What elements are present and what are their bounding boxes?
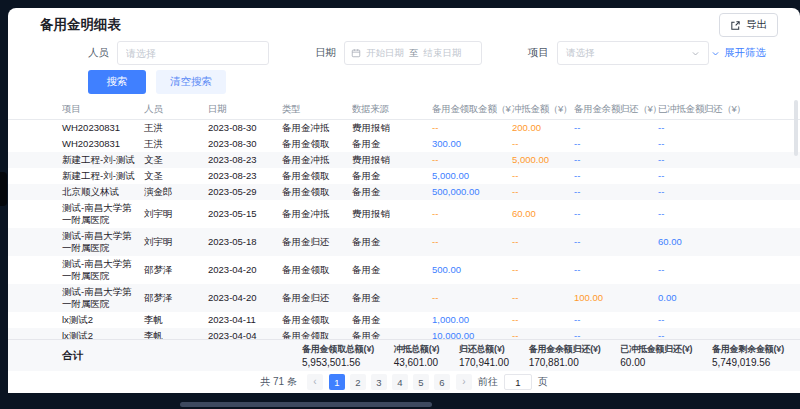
project-cell: 测试-南昌大学第一附属医院 bbox=[62, 284, 144, 312]
type-cell: 备用金领取 bbox=[282, 328, 352, 339]
column-header-2: 日期 bbox=[208, 103, 282, 116]
table-row[interactable]: lx测试2李帆2023-04-11备用金领取备用金1,000.00------ bbox=[8, 312, 800, 328]
amount-cell: -- bbox=[658, 312, 790, 328]
clear-search-button[interactable]: 清空搜索 bbox=[156, 70, 226, 94]
summary-stat-label: 备用金领取总额(¥) bbox=[302, 343, 374, 356]
project-cell: lx测试2 bbox=[62, 328, 144, 339]
page-button-1[interactable]: 1 bbox=[329, 374, 345, 390]
table-row[interactable]: lx测试2李帆2023-04-04备用金领取备用金10,000.00------ bbox=[8, 328, 800, 339]
amount-cell: 5,000.00 bbox=[512, 152, 574, 168]
source-cell: 备用金 bbox=[352, 136, 432, 152]
amount-cell: -- bbox=[512, 136, 574, 152]
type-cell: 备用金归还 bbox=[282, 290, 352, 306]
project-cell: 新建工程-刘-测试 bbox=[62, 168, 144, 184]
table-row[interactable]: 测试-南昌大学第一附属医院刘宇明2023-05-15备用金冲抵费用报销--60.… bbox=[8, 200, 800, 228]
type-cell: 备用金领取 bbox=[282, 184, 352, 200]
amount-cell: -- bbox=[574, 152, 658, 168]
amount-cell: -- bbox=[658, 136, 790, 152]
date-filter-label: 日期 bbox=[315, 46, 336, 60]
horizontal-scrollbar[interactable] bbox=[180, 402, 432, 407]
export-button[interactable]: 导出 bbox=[719, 13, 778, 37]
table-row[interactable]: WH20230831王洪2023-08-30备用金领取备用金300.00----… bbox=[8, 136, 800, 152]
amount-cell: -- bbox=[574, 184, 658, 200]
source-cell: 备用金 bbox=[352, 328, 432, 339]
drawer-handle[interactable] bbox=[0, 172, 7, 206]
page-button-3[interactable]: 3 bbox=[371, 374, 387, 390]
amount-cell: -- bbox=[658, 206, 790, 222]
type-cell: 备用金归还 bbox=[282, 234, 352, 250]
amount-cell: -- bbox=[658, 328, 790, 339]
person-cell: 王洪 bbox=[144, 136, 208, 152]
table-row[interactable]: 新建工程-刘-测试文圣2023-08-23备用金领取备用金5,000.00---… bbox=[8, 168, 800, 184]
table-row[interactable]: 新建工程-刘-测试文圣2023-08-23备用金冲抵费用报销--5,000.00… bbox=[8, 152, 800, 168]
page-title: 备用金明细表 bbox=[40, 16, 121, 34]
expand-filter-link[interactable]: 展开筛选 bbox=[711, 46, 766, 60]
amount-cell: -- bbox=[512, 312, 574, 328]
person-cell: 李帆 bbox=[144, 328, 208, 339]
amount-cell: 500.00 bbox=[432, 262, 512, 278]
page-button-4[interactable]: 4 bbox=[392, 374, 408, 390]
type-cell: 备用金冲抵 bbox=[282, 152, 352, 168]
date-cell: 2023-04-11 bbox=[208, 312, 282, 328]
export-button-label: 导出 bbox=[746, 18, 767, 32]
date-range-picker[interactable]: 开始日期 至 结束日期 bbox=[344, 41, 482, 65]
date-end-placeholder: 结束日期 bbox=[424, 47, 462, 60]
person-cell: 李帆 bbox=[144, 312, 208, 328]
person-cell: 文圣 bbox=[144, 152, 208, 168]
amount-cell: -- bbox=[658, 152, 790, 168]
table-row[interactable]: WH20230831王洪2023-08-30备用金冲抵费用报销--200.00-… bbox=[8, 120, 800, 136]
summary-stat: 已冲抵金额归还(¥)60.00 bbox=[620, 343, 692, 368]
amount-cell: -- bbox=[432, 206, 512, 222]
expand-filter-label: 展开筛选 bbox=[724, 46, 766, 60]
date-cell: 2023-05-29 bbox=[208, 184, 282, 200]
amount-cell: -- bbox=[432, 120, 512, 136]
amount-cell: 60.00 bbox=[658, 234, 790, 250]
table-row[interactable]: 北京顺义林试演金郎2023-05-29备用金领取备用金500,000.00---… bbox=[8, 184, 800, 200]
amount-cell: -- bbox=[658, 184, 790, 200]
amount-cell: -- bbox=[574, 120, 658, 136]
summary-stat: 备用金剩余金额(¥)5,749,019.56 bbox=[712, 343, 784, 368]
page-button-2[interactable]: 2 bbox=[350, 374, 366, 390]
person-cell: 演金郎 bbox=[144, 184, 208, 200]
table-row[interactable]: 测试-南昌大学第一附属医院邵梦泽2023-04-20备用金领取备用金500.00… bbox=[8, 256, 800, 284]
type-cell: 备用金领取 bbox=[282, 136, 352, 152]
project-cell: 测试-南昌大学第一附属医院 bbox=[62, 200, 144, 228]
prev-page-button[interactable]: ‹ bbox=[307, 374, 323, 390]
table-row[interactable]: 测试-南昌大学第一附属医院邵梦泽2023-04-20备用金归还备用金----10… bbox=[8, 284, 800, 312]
amount-cell: -- bbox=[658, 262, 790, 278]
date-cell: 2023-04-20 bbox=[208, 290, 282, 306]
amount-cell: 0.00 bbox=[658, 290, 790, 306]
total-label: 合计 bbox=[62, 349, 302, 363]
expand-chevron-icon bbox=[711, 49, 720, 58]
page-button-5[interactable]: 5 bbox=[413, 374, 429, 390]
petty-cash-report-card: 备用金明细表 导出 人员 日期 开始日期 至 结束日期 项目 请选择 bbox=[8, 8, 800, 393]
amount-cell: -- bbox=[512, 184, 574, 200]
amount-cell: 200.00 bbox=[512, 120, 574, 136]
date-cell: 2023-04-20 bbox=[208, 262, 282, 278]
person-select-input[interactable] bbox=[117, 41, 269, 65]
column-header-7: 备用金余额归还（¥） bbox=[574, 103, 658, 116]
column-header-4: 数据来源 bbox=[352, 103, 432, 116]
column-header-3: 类型 bbox=[282, 103, 352, 116]
project-select[interactable]: 请选择 bbox=[557, 41, 709, 65]
goto-label: 前往 bbox=[478, 375, 498, 389]
vertical-scrollbar[interactable] bbox=[794, 100, 798, 156]
amount-cell: 1,000.00 bbox=[432, 312, 512, 328]
summary-stat-value: 60.00 bbox=[620, 357, 692, 368]
project-cell: 新建工程-刘-测试 bbox=[62, 152, 144, 168]
amount-cell: -- bbox=[512, 168, 574, 184]
project-cell: 测试-南昌大学第一附属医院 bbox=[62, 228, 144, 256]
next-page-button[interactable]: › bbox=[456, 374, 472, 390]
summary-stat: 归还总额(¥)170,941.00 bbox=[459, 343, 509, 368]
title-bar: 备用金明细表 导出 bbox=[8, 8, 800, 36]
project-cell: WH20230831 bbox=[62, 136, 144, 152]
source-cell: 备用金 bbox=[352, 234, 432, 250]
goto-page-input[interactable] bbox=[504, 374, 532, 390]
source-cell: 备用金 bbox=[352, 312, 432, 328]
type-cell: 备用金领取 bbox=[282, 312, 352, 328]
table-row[interactable]: 测试-南昌大学第一附属医院刘宇明2023-05-18备用金归还备用金------… bbox=[8, 228, 800, 256]
search-button[interactable]: 搜索 bbox=[88, 70, 146, 94]
page-button-6[interactable]: 6 bbox=[434, 374, 450, 390]
source-cell: 备用金 bbox=[352, 184, 432, 200]
table-body: WH20230831王洪2023-08-30备用金冲抵费用报销--200.00-… bbox=[8, 120, 800, 339]
